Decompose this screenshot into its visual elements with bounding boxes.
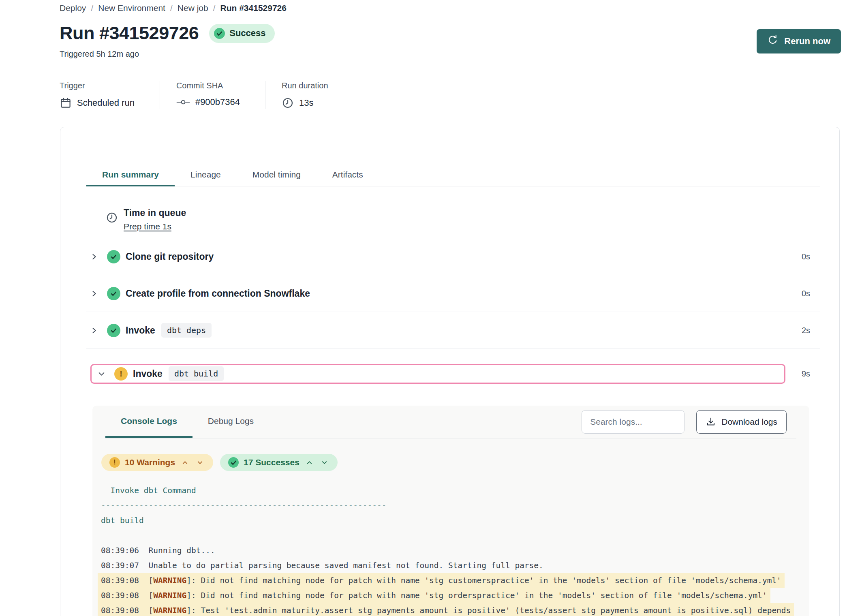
rerun-now-label: Rerun now [784,36,830,47]
chevron-down-icon[interactable] [98,370,105,378]
breadcrumb-separator: / [91,3,93,13]
step-row[interactable]: Invokedbt deps2s [60,312,839,349]
step-main: !Invokedbt build [90,364,785,384]
success-icon [107,250,120,263]
warning-icon: ! [114,367,128,381]
breadcrumb: Deploy/New Environment/New job/Run #3415… [0,0,847,13]
step-title: Invoke [126,325,155,336]
chevron-right-icon[interactable] [90,253,98,261]
log-timestamp: 08:39:06 [101,546,139,555]
step-duration: 0s [796,289,810,298]
breadcrumb-link[interactable]: Deploy [60,3,86,13]
tab-console-logs[interactable]: Console Logs [105,406,192,438]
log-timestamp: 08:39:08 [101,591,139,600]
run-tabs: Run summaryLineageModel timingArtifacts [86,165,820,186]
prep-time-link[interactable]: Prep time 1s [124,222,171,231]
meta-column-commit-sha: Commit SHA#900b7364 [176,81,265,109]
step-title: Create profile from connection Snowflake [126,288,310,299]
chevron-down-icon[interactable] [195,459,205,466]
meta-value-text: 13s [299,98,313,108]
clock-icon [282,97,294,109]
tab-lineage[interactable]: Lineage [175,165,237,186]
meta-column-run-duration: Run duration13s [282,81,353,109]
step-command-chip: dbt deps [161,323,212,338]
search-logs-input[interactable] [582,410,684,434]
log-filter-badges: !10 Warnings17 Successes [101,454,809,471]
chevron-right-icon[interactable] [90,290,98,297]
log-line-text: 08:39:06 Running dbt... [98,543,218,558]
pill-label: 10 Warnings [125,458,175,467]
log-message: Unable to do partial parsing because sav… [148,561,543,570]
breadcrumb-current: Run #341529726 [220,3,287,13]
meta-column-trigger: TriggerScheduled run [60,81,160,109]
success-icon [107,287,120,300]
commit-icon [176,98,190,106]
breadcrumb-link[interactable]: New job [178,3,208,13]
download-logs-button[interactable]: Download logs [696,410,787,434]
pill-label: 17 Successes [244,458,299,467]
log-message: Test 'test.admin_maturity.assert_stg_pay… [201,606,791,615]
log-line-text: 08:39:08 [WARNING]: Did not find matchin… [98,588,770,603]
title-row: Run #341529726 Success [60,23,847,44]
warning-filter-pill[interactable]: !10 Warnings [101,454,213,471]
triggered-timestamp: Triggered 5h 12m ago [60,49,847,59]
warning-circle-icon: ! [109,457,120,468]
chevron-down-icon[interactable] [319,459,329,466]
log-message: Running dbt... [148,546,215,555]
success-filter-pill[interactable]: 17 Successes [220,454,338,471]
log-warning-label: WARNING [153,576,186,585]
log-message: Did not find matching node for patch wit… [201,591,767,600]
console-logs-panel: Console LogsDebug Logs Download logs !10… [92,406,809,616]
chevron-up-icon[interactable] [180,459,190,466]
log-line: ----------------------------------------… [98,498,809,513]
log-timestamp: 08:39:08 [101,576,139,585]
log-line: 08:39:07 Unable to do partial parsing be… [98,558,809,573]
status-badge-label: Success [229,28,265,38]
page-title: Run #341529726 [60,23,199,44]
log-line: 08:39:08 [WARNING]: Did not find matchin… [98,573,809,588]
log-line-text [98,528,109,543]
step-command-chip: dbt build [169,366,224,381]
step-main: Create profile from connection Snowflake [90,275,791,312]
rerun-now-button[interactable]: Rerun now [757,29,841,53]
log-line: Invoke dbt Command [98,483,809,498]
clock-icon [106,212,118,231]
log-line-text: ----------------------------------------… [98,498,389,513]
meta-value: #900b7364 [176,97,240,107]
time-in-queue-section: Time in queue Prep time 1s [106,207,839,231]
console-log-output[interactable]: Invoke dbt Command----------------------… [98,483,809,616]
step-title: Clone git repository [126,251,214,262]
log-line-text: 08:39:08 [WARNING]: Test 'test.admin_mat… [98,603,794,616]
meta-value-text: Scheduled run [77,98,135,108]
breadcrumb-link[interactable]: New Environment [98,3,165,13]
download-logs-label: Download logs [721,417,777,427]
step-main: Clone git repository [90,238,791,275]
chevron-right-icon[interactable] [90,327,98,334]
meta-label: Run duration [282,81,328,90]
log-line: 08:39:08 [WARNING]: Did not find matchin… [98,588,809,603]
step-main: Invokedbt deps [90,312,791,349]
tab-artifacts[interactable]: Artifacts [317,165,379,186]
log-line-text: 08:39:07 Unable to do partial parsing be… [98,558,547,573]
step-duration: 2s [796,326,810,335]
download-icon [706,417,716,427]
step-duration: 9s [796,369,810,379]
meta-label: Trigger [60,81,135,90]
console-header: Console LogsDebug Logs Download logs [105,406,796,438]
success-icon [107,324,120,337]
step-row[interactable]: Clone git repository0s [60,238,839,275]
tab-run-summary[interactable]: Run summary [86,165,175,186]
check-circle-icon [214,28,225,39]
tab-model-timing[interactable]: Model timing [237,165,317,186]
status-badge: Success [209,24,274,43]
step-row[interactable]: !Invokedbt build9s [60,349,839,398]
tab-debug-logs[interactable]: Debug Logs [192,406,269,438]
log-line [98,528,809,543]
run-meta-row: TriggerScheduled runCommit SHA#900b7364R… [60,81,847,109]
run-detail-card: Run summaryLineageModel timingArtifacts … [60,127,840,616]
step-row[interactable]: Create profile from connection Snowflake… [60,275,839,312]
chevron-up-icon[interactable] [304,459,314,466]
log-line-text: 08:39:08 [WARNING]: Did not find matchin… [98,573,785,588]
log-warning-label: WARNING [153,606,186,615]
log-line-text: Invoke dbt Command [98,483,199,498]
